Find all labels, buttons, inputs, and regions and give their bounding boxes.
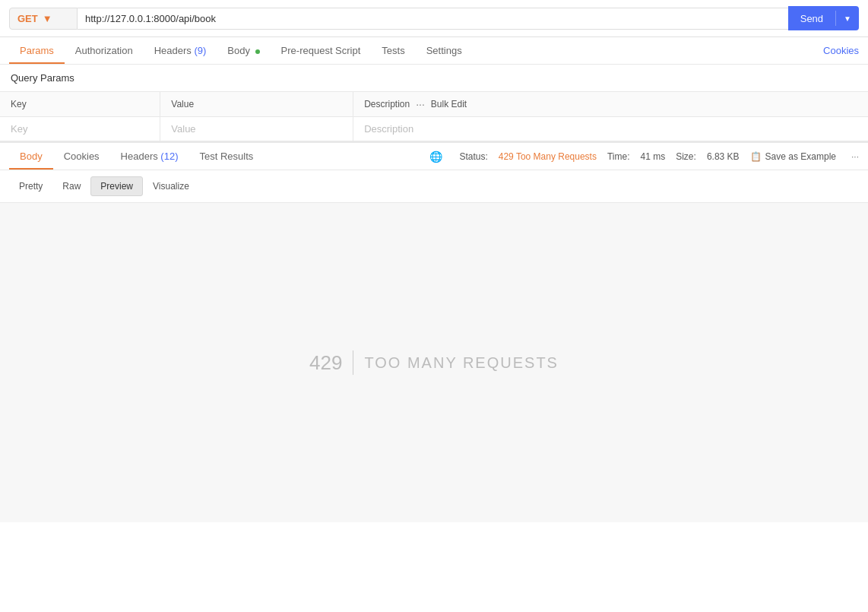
body-dot xyxy=(255,49,260,54)
more-icon[interactable]: ··· xyxy=(416,98,425,110)
res-tab-headers[interactable]: Headers (12) xyxy=(110,143,189,170)
bulk-edit-button[interactable]: Bulk Edit xyxy=(431,99,467,109)
preview-area: 429 TOO MANY REQUESTS xyxy=(0,203,868,522)
globe-icon[interactable]: 🌐 xyxy=(429,151,442,163)
res-more-icon[interactable]: ··· xyxy=(851,151,859,162)
tab-pre-request[interactable]: Pre-request Script xyxy=(271,37,372,64)
tab-params[interactable]: Params xyxy=(9,37,65,64)
save-example-label: Save as Example xyxy=(765,151,836,162)
time-value: 41 ms xyxy=(641,151,666,162)
size-value: 6.83 KB xyxy=(707,151,740,162)
view-tab-visualize[interactable]: Visualize xyxy=(143,176,199,196)
col-description: Description ··· Bulk Edit xyxy=(353,92,868,117)
view-tab-preview[interactable]: Preview xyxy=(90,176,143,196)
status-value: 429 Too Many Requests xyxy=(499,151,597,162)
params-placeholder-row: Key Value Description xyxy=(0,117,868,141)
tab-authorization[interactable]: Authorization xyxy=(65,37,144,64)
url-input[interactable] xyxy=(78,8,788,30)
view-tab-pretty[interactable]: Pretty xyxy=(9,176,52,196)
method-label: GET xyxy=(17,13,38,24)
error-divider xyxy=(353,350,353,375)
error-text: TOO MANY REQUESTS xyxy=(364,354,559,372)
tab-headers[interactable]: Headers (9) xyxy=(144,37,217,64)
tab-settings[interactable]: Settings xyxy=(416,37,473,64)
res-status-bar: 🌐 Status: 429 Too Many Requests Time: 41… xyxy=(429,151,859,163)
time-label: Time: xyxy=(607,151,630,162)
error-content: 429 TOO MANY REQUESTS xyxy=(309,350,559,375)
send-button[interactable]: Send ▼ xyxy=(788,6,859,30)
res-tab-test-results[interactable]: Test Results xyxy=(188,143,264,170)
save-icon: 📋 xyxy=(750,151,762,162)
description-placeholder[interactable]: Description xyxy=(353,117,868,141)
headers-badge: (9) xyxy=(194,45,206,56)
top-bar: GET ▼ Send ▼ xyxy=(0,0,868,37)
request-tabs: Params Authorization Headers (9) Body Pr… xyxy=(0,37,868,65)
error-code: 429 xyxy=(309,351,342,375)
method-chevron-icon: ▼ xyxy=(43,13,52,24)
res-headers-badge: (12) xyxy=(160,151,178,162)
tab-body[interactable]: Body xyxy=(217,37,270,64)
cookies-link[interactable]: Cookies xyxy=(823,37,859,64)
tab-tests[interactable]: Tests xyxy=(371,37,415,64)
query-params-header: Query Params xyxy=(0,65,868,92)
view-tabs-bar: Pretty Raw Preview Visualize xyxy=(0,170,868,203)
method-select[interactable]: GET ▼ xyxy=(9,8,78,30)
size-label: Size: xyxy=(676,151,696,162)
col-key: Key xyxy=(0,92,160,117)
key-placeholder[interactable]: Key xyxy=(0,117,160,141)
save-example-button[interactable]: 📋 Save as Example xyxy=(750,151,836,162)
view-tab-raw[interactable]: Raw xyxy=(52,176,90,196)
send-chevron-icon: ▼ xyxy=(836,14,859,23)
params-table: Key Value Description ··· Bulk Edit Key … xyxy=(0,92,868,141)
col-value: Value xyxy=(160,92,353,117)
response-tabs-bar: Body Cookies Headers (12) Test Results 🌐… xyxy=(0,141,868,170)
res-tab-cookies[interactable]: Cookies xyxy=(53,143,110,170)
res-tab-body[interactable]: Body xyxy=(9,143,53,170)
status-label: Status: xyxy=(459,151,487,162)
value-placeholder[interactable]: Value xyxy=(160,117,353,141)
send-label: Send xyxy=(788,13,835,24)
